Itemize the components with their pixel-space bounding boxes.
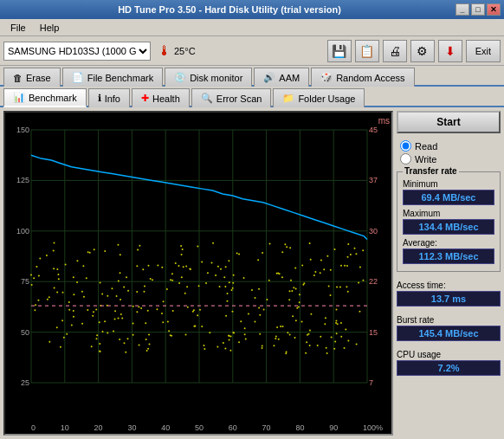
tab-bar-bottom: 📊 Benchmark ℹ Info ✚ Health 🔍 Error Scan… [0,87,504,107]
menu-bar: File Help [0,19,504,36]
aam-icon: 🔊 [263,72,275,83]
tab-disk-monitor[interactable]: 💿 Disk monitor [165,68,252,87]
tab-aam[interactable]: 🔊 AAM [254,68,309,87]
max-value: 134.4 MB/sec [403,219,494,235]
max-stat: Maximum 134.4 MB/sec [403,209,494,235]
minimize-button[interactable]: _ [456,3,469,16]
temperature-value: 25°C [174,46,196,56]
access-time-label: Access time: [397,281,501,290]
transfer-rate-group: Transfer rate Minimum 69.4 MB/sec Maximu… [397,171,501,272]
main-content: MB/sec ms trial version 0 10 20 30 40 50… [0,107,504,439]
min-value: 69.4 MB/sec [403,190,494,205]
health-icon: ✚ [141,93,149,104]
burst-rate-value: 145.4 MB/sec [397,326,501,341]
tab-error-scan[interactable]: 🔍 Error Scan [191,88,272,107]
exit-button[interactable]: Exit [466,40,501,62]
cpu-usage-value: 7.2% [397,360,501,376]
chart-area: MB/sec ms trial version 0 10 20 30 40 50… [3,111,393,436]
toolbar-btn-1[interactable]: 💾 [327,40,352,62]
toolbar: SAMSUNG HD103SJ (1000 GB) 🌡 25°C 💾 📋 🖨 ⚙… [0,36,504,66]
cpu-usage-label: CPU usage [397,350,501,359]
toolbar-btn-2[interactable]: 📋 [355,40,379,62]
error-scan-icon: 🔍 [201,93,213,104]
close-button[interactable]: ✕ [487,3,501,16]
min-label: Minimum [403,179,494,189]
thermometer-icon: 🌡 [158,43,171,59]
disk-monitor-icon: 💿 [174,72,186,83]
temperature-display: 🌡 25°C [158,43,196,59]
write-label: Write [415,154,436,165]
erase-icon: 🗑 [13,73,23,83]
avg-label: Average: [403,238,494,248]
avg-value: 112.3 MB/sec [403,249,494,264]
tab-file-benchmark[interactable]: 📄 File Benchmark [62,68,163,87]
x-axis-labels: 0 10 20 30 40 50 60 70 80 90 100% [31,423,383,432]
toolbar-btn-5[interactable]: ⬇ [438,40,462,62]
folder-usage-icon: 📁 [282,93,294,104]
avg-stat: Average: 112.3 MB/sec [403,238,494,264]
menu-file[interactable]: File [3,21,33,35]
tab-benchmark[interactable]: 📊 Benchmark [3,88,87,107]
min-stat: Minimum 69.4 MB/sec [403,179,494,205]
side-panel: Start Read Write Transfer rate Minimum 6… [397,111,501,436]
write-radio-label[interactable]: Write [400,153,497,165]
tab-erase[interactable]: 🗑 Erase [3,68,61,87]
random-access-icon: 🎲 [320,72,333,83]
access-time-value: 13.7 ms [397,291,501,307]
toolbar-btn-3[interactable]: 🖨 [383,40,407,62]
start-button[interactable]: Start [397,111,501,133]
write-radio[interactable] [400,153,411,165]
window-title: HD Tune Pro 3.50 - Hard Disk Utility (tr… [3,4,456,15]
maximize-button[interactable]: □ [471,3,485,16]
drive-select[interactable]: SAMSUNG HD103SJ (1000 GB) [3,42,151,61]
burst-rate-label: Burst rate [397,315,501,325]
max-label: Maximum [403,209,494,218]
read-label: Read [415,141,437,152]
read-radio[interactable] [400,140,411,152]
menu-help[interactable]: Help [33,21,67,35]
access-time-section: Access time: 13.7 ms [397,277,501,307]
benchmark-icon: 📊 [13,92,25,103]
tab-health[interactable]: ✚ Health [132,88,190,107]
title-bar-buttons: _ □ ✕ [456,3,501,16]
y2-axis-label: ms [378,116,390,126]
burst-rate-section: Burst rate 145.4 MB/sec [397,312,501,341]
title-bar: HD Tune Pro 3.50 - Hard Disk Utility (tr… [0,0,504,19]
radio-group: Read Write [397,139,501,166]
cpu-usage-section: CPU usage 7.2% [397,346,501,376]
tab-bar-top: 🗑 Erase 📄 File Benchmark 💿 Disk monitor … [0,66,504,87]
info-icon: ℹ [98,93,101,104]
read-radio-label[interactable]: Read [400,140,497,152]
file-benchmark-icon: 📄 [72,72,84,83]
toolbar-btn-4[interactable]: ⚙ [410,40,435,62]
tab-folder-usage[interactable]: 📁 Folder Usage [273,88,365,107]
transfer-rate-title: Transfer rate [403,166,459,176]
tab-random-access[interactable]: 🎲 Random Access [311,68,414,87]
tab-info[interactable]: ℹ Info [88,88,130,107]
